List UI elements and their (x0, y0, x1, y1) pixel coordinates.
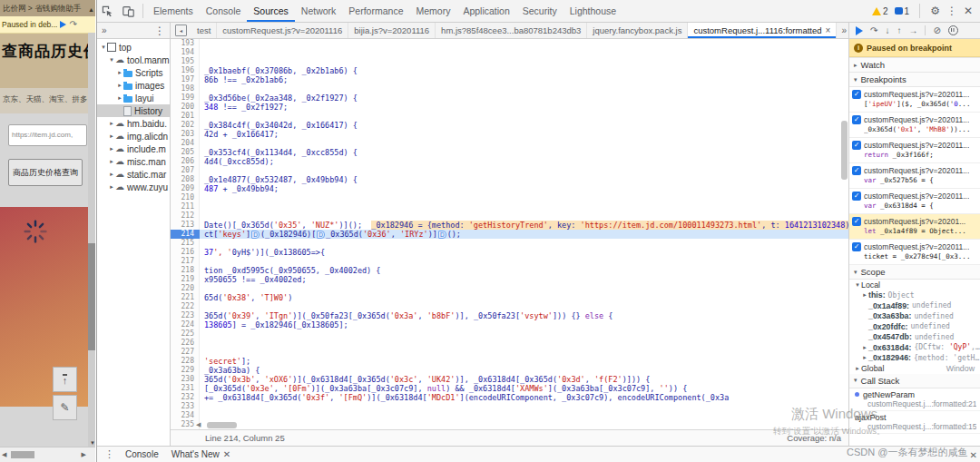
drawer-tab-what-s-new[interactable]: What's New✕ (172, 449, 230, 459)
line-number[interactable]: 206 (171, 157, 200, 166)
scope-row[interactable]: _0x3a63ba:undefined (849, 311, 980, 322)
chevron-down-icon[interactable]: ▾ (108, 56, 115, 64)
code-line-text[interactable] (200, 84, 848, 93)
code-line-text[interactable] (200, 48, 848, 57)
code-line-text[interactable]: _0x3a63ba) { (200, 366, 848, 375)
warnings-badge[interactable]: 2 (872, 6, 888, 16)
scope-section-header[interactable]: ▾ Scope (849, 265, 980, 280)
page-scroll-right-icon[interactable]: ▶ (82, 451, 86, 458)
line-number[interactable]: 203 (171, 130, 200, 139)
breakpoint-entry[interactable]: ✓customRequest.js?v=202011..._0x365d('0x… (849, 113, 980, 138)
step-into-icon[interactable]: ↓ (885, 23, 889, 38)
tree-item-www-zuyu[interactable]: ▸☁www.zuyu (97, 181, 170, 193)
settings-gear-icon[interactable]: ⚙ (930, 0, 940, 22)
tree-item-top[interactable]: ▾top (97, 41, 170, 54)
tab-memory[interactable]: Memory (409, 0, 456, 22)
line-number[interactable]: 227 (171, 348, 200, 357)
code-line-text[interactable] (200, 166, 848, 175)
breakpoint-checkbox[interactable]: ✓ (852, 192, 861, 201)
price-history-query-button[interactable]: 商品历史价格查询 (8, 159, 83, 186)
breakpoint-entry[interactable]: ✓customRequest.js?v=202011...var _0x6318… (849, 189, 980, 214)
page-horizontal-scrollbar[interactable]: ◀ ▶ (0, 447, 95, 462)
line-number[interactable]: 232 (171, 393, 200, 402)
line-number[interactable]: 228 (171, 357, 200, 366)
code-line-text[interactable] (200, 329, 848, 339)
code-line-text[interactable]: _0x1baebf(_0x37086b, _0x2b1ab6) { (200, 66, 848, 75)
tree-item-layui[interactable]: ▸layui (97, 92, 170, 104)
line-number[interactable]: 204 (171, 139, 200, 148)
breakpoints-section-header[interactable]: ▾ Breakpoints (849, 73, 980, 87)
editor-tab[interactable]: customRequest.js?v=20201116 (217, 23, 348, 38)
code-line-text[interactable]: 348 !== _0x2f1927; (200, 103, 848, 112)
code-line-text[interactable] (200, 348, 848, 357)
code-line-text[interactable]: _0x384c4f(_0x34042d, _0x166417) { (200, 121, 848, 130)
page-scroll-up-icon[interactable]: ▲ (88, 6, 94, 13)
breakpoint-checkbox[interactable]: ✓ (852, 141, 861, 150)
tree-item-misc-man[interactable]: ▸☁misc.man (97, 155, 170, 168)
product-url-input[interactable]: https://item.jd.com, (8, 124, 87, 146)
code-line-text[interactable] (200, 402, 848, 411)
code-line-text[interactable]: _0x1e4877(_0x532487, _0x49bb94) { (200, 175, 848, 184)
chevron-down-icon[interactable]: ▾ (100, 44, 107, 51)
code-line-text[interactable] (200, 239, 848, 248)
scope-row[interactable]: ▸this:Object (849, 290, 980, 301)
tree-item-hm-baidu-[interactable]: ▸☁hm.baidu. (97, 117, 170, 130)
resume-icon[interactable] (60, 21, 66, 28)
line-number[interactable]: 226 (171, 339, 200, 348)
code-line-text[interactable] (200, 284, 848, 293)
device-toolbar-icon[interactable] (122, 5, 134, 17)
chevron-down-icon[interactable]: ▾ (854, 281, 861, 289)
breakpoint-checkbox[interactable]: ✓ (852, 217, 861, 226)
code-line-text[interactable] (200, 202, 848, 211)
tab-sources[interactable]: Sources (247, 0, 295, 22)
line-number[interactable]: 195 (171, 57, 200, 66)
navigator-more-tabs-icon[interactable]: » (102, 25, 107, 35)
line-number[interactable]: 220 (171, 284, 200, 293)
breakpoint-checkbox[interactable]: ✓ (852, 166, 861, 175)
tree-item-scripts[interactable]: ▸Scripts (97, 66, 170, 79)
line-number[interactable]: 225 (171, 329, 200, 339)
chevron-right-icon[interactable]: ▸ (861, 291, 868, 299)
tree-item-history[interactable]: History (97, 104, 170, 117)
editor-vertical-scrollbar-thumb[interactable] (841, 121, 848, 180)
code-line-text[interactable]: 487 + _0x49bb94; (200, 184, 848, 193)
code-line-text[interactable]: 'secret']; (200, 357, 848, 366)
chevron-right-icon[interactable]: ▸ (116, 69, 123, 76)
line-number[interactable]: 208 (171, 175, 200, 184)
breakpoint-entry[interactable]: ✓customRequest.js?v=202011...['ipeUV']($… (849, 87, 980, 113)
code-line-text[interactable] (200, 139, 848, 148)
line-number[interactable]: 198 (171, 84, 200, 93)
line-number[interactable]: 231 (171, 384, 200, 393)
line-number[interactable]: 216 (171, 248, 200, 257)
code-line-text[interactable]: += _0x6318d4[_0x365d('0x3f', '[FmQ')](_0… (200, 393, 848, 402)
line-number[interactable]: 207 (171, 166, 200, 175)
chevron-right-icon[interactable]: ▸ (116, 82, 123, 89)
line-number[interactable]: 224 (171, 320, 200, 329)
issues-badge[interactable]: 1 (895, 6, 910, 16)
line-number[interactable]: 217 (171, 257, 200, 266)
chevron-right-icon[interactable]: ▸ (116, 94, 123, 102)
chevron-right-icon[interactable]: ▸ (108, 171, 115, 178)
breakpoint-checkbox[interactable]: ✓ (852, 242, 861, 251)
code-line-text[interactable] (200, 411, 848, 420)
back-to-top-button[interactable]: ↑ (53, 367, 77, 392)
page-horizontal-scrollbar-thumb[interactable] (11, 451, 34, 458)
chevron-right-icon[interactable]: ▸ (861, 354, 868, 361)
page-scroll-down-icon[interactable]: ▼ (90, 440, 95, 446)
editor-tab[interactable]: jquery.fancybox.pack.js (587, 23, 688, 38)
step-over-icon[interactable]: ↷ (69, 20, 76, 29)
tab-elements[interactable]: Elements (147, 0, 200, 22)
scope-row[interactable]: ▸GlobalWindow (849, 363, 980, 374)
line-number[interactable]: 196 (171, 66, 200, 75)
chevron-right-icon[interactable]: ▸ (854, 365, 861, 372)
tree-item-include-m[interactable]: ▸☁include.m (97, 143, 170, 155)
navigator-menu-icon[interactable]: ⋮ (154, 23, 165, 42)
code-line-text[interactable]: _0x353cf4(_0x1134d4, _0xcc855d) { (200, 148, 848, 157)
editor-tab[interactable]: bijia.js?v=20201116 (348, 23, 436, 38)
line-number[interactable]: 201 (171, 112, 200, 121)
editor-tab[interactable]: customRequest.j...1116:formatted× (688, 23, 837, 38)
code-line-text[interactable] (200, 57, 848, 66)
editor-scroll-left-icon[interactable]: ◀ (196, 421, 201, 428)
tree-item-images[interactable]: ▸images (97, 79, 170, 92)
tab-performance[interactable]: Performance (342, 0, 409, 22)
